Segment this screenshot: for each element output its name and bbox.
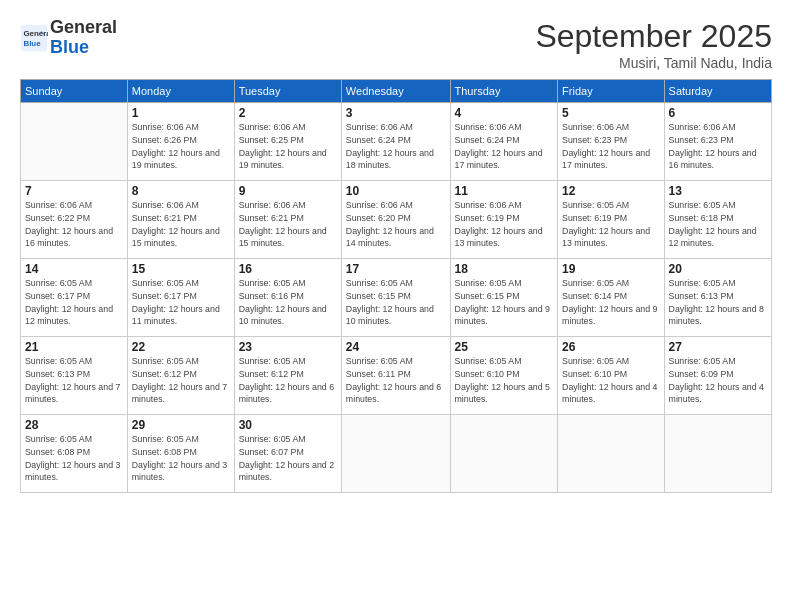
day-number: 8 <box>132 184 230 198</box>
logo-text: GeneralGeneralBlueBlue <box>50 18 117 58</box>
day-number: 18 <box>455 262 554 276</box>
day-number: 24 <box>346 340 446 354</box>
day-info: Sunrise: 6:05 AM Sunset: 6:13 PM Dayligh… <box>25 355 123 406</box>
day-info: Sunrise: 6:05 AM Sunset: 6:09 PM Dayligh… <box>669 355 767 406</box>
calendar-cell-w2-d5: 11 Sunrise: 6:06 AM Sunset: 6:19 PM Dayl… <box>450 181 558 259</box>
page: General Blue GeneralGeneralBlueBlue Sept… <box>0 0 792 612</box>
day-info: Sunrise: 6:06 AM Sunset: 6:21 PM Dayligh… <box>132 199 230 250</box>
day-number: 13 <box>669 184 767 198</box>
day-number: 25 <box>455 340 554 354</box>
day-info: Sunrise: 6:05 AM Sunset: 6:08 PM Dayligh… <box>25 433 123 484</box>
calendar-cell-w1-d2: 1 Sunrise: 6:06 AM Sunset: 6:26 PM Dayli… <box>127 103 234 181</box>
day-number: 2 <box>239 106 337 120</box>
calendar-cell-w2-d7: 13 Sunrise: 6:05 AM Sunset: 6:18 PM Dayl… <box>664 181 771 259</box>
calendar-cell-w2-d6: 12 Sunrise: 6:05 AM Sunset: 6:19 PM Dayl… <box>558 181 664 259</box>
calendar-cell-w5-d2: 29 Sunrise: 6:05 AM Sunset: 6:08 PM Dayl… <box>127 415 234 493</box>
calendar-cell-w5-d3: 30 Sunrise: 6:05 AM Sunset: 6:07 PM Dayl… <box>234 415 341 493</box>
week-row-1: 1 Sunrise: 6:06 AM Sunset: 6:26 PM Dayli… <box>21 103 772 181</box>
day-number: 14 <box>25 262 123 276</box>
col-tuesday: Tuesday <box>234 80 341 103</box>
day-number: 30 <box>239 418 337 432</box>
day-info: Sunrise: 6:05 AM Sunset: 6:12 PM Dayligh… <box>132 355 230 406</box>
day-number: 3 <box>346 106 446 120</box>
day-number: 19 <box>562 262 659 276</box>
header: General Blue GeneralGeneralBlueBlue Sept… <box>20 18 772 71</box>
calendar-cell-w5-d4 <box>341 415 450 493</box>
day-info: Sunrise: 6:05 AM Sunset: 6:15 PM Dayligh… <box>346 277 446 328</box>
day-number: 15 <box>132 262 230 276</box>
day-number: 9 <box>239 184 337 198</box>
calendar-cell-w4-d2: 22 Sunrise: 6:05 AM Sunset: 6:12 PM Dayl… <box>127 337 234 415</box>
day-info: Sunrise: 6:05 AM Sunset: 6:15 PM Dayligh… <box>455 277 554 328</box>
col-thursday: Thursday <box>450 80 558 103</box>
week-row-5: 28 Sunrise: 6:05 AM Sunset: 6:08 PM Dayl… <box>21 415 772 493</box>
day-info: Sunrise: 6:06 AM Sunset: 6:24 PM Dayligh… <box>346 121 446 172</box>
calendar-cell-w3-d5: 18 Sunrise: 6:05 AM Sunset: 6:15 PM Dayl… <box>450 259 558 337</box>
day-number: 26 <box>562 340 659 354</box>
day-info: Sunrise: 6:06 AM Sunset: 6:20 PM Dayligh… <box>346 199 446 250</box>
calendar-cell-w4-d6: 26 Sunrise: 6:05 AM Sunset: 6:10 PM Dayl… <box>558 337 664 415</box>
svg-text:Blue: Blue <box>24 39 42 48</box>
day-info: Sunrise: 6:05 AM Sunset: 6:07 PM Dayligh… <box>239 433 337 484</box>
location-subtitle: Musiri, Tamil Nadu, India <box>535 55 772 71</box>
calendar-cell-w2-d1: 7 Sunrise: 6:06 AM Sunset: 6:22 PM Dayli… <box>21 181 128 259</box>
calendar-cell-w3-d6: 19 Sunrise: 6:05 AM Sunset: 6:14 PM Dayl… <box>558 259 664 337</box>
calendar-cell-w4-d5: 25 Sunrise: 6:05 AM Sunset: 6:10 PM Dayl… <box>450 337 558 415</box>
day-number: 28 <box>25 418 123 432</box>
calendar-cell-w1-d1 <box>21 103 128 181</box>
day-info: Sunrise: 6:05 AM Sunset: 6:18 PM Dayligh… <box>669 199 767 250</box>
day-number: 29 <box>132 418 230 432</box>
col-saturday: Saturday <box>664 80 771 103</box>
day-info: Sunrise: 6:05 AM Sunset: 6:19 PM Dayligh… <box>562 199 659 250</box>
day-info: Sunrise: 6:05 AM Sunset: 6:10 PM Dayligh… <box>562 355 659 406</box>
day-info: Sunrise: 6:05 AM Sunset: 6:12 PM Dayligh… <box>239 355 337 406</box>
day-number: 20 <box>669 262 767 276</box>
col-monday: Monday <box>127 80 234 103</box>
svg-text:General: General <box>24 29 49 38</box>
day-number: 23 <box>239 340 337 354</box>
day-info: Sunrise: 6:06 AM Sunset: 6:23 PM Dayligh… <box>669 121 767 172</box>
day-number: 27 <box>669 340 767 354</box>
calendar-cell-w2-d3: 9 Sunrise: 6:06 AM Sunset: 6:21 PM Dayli… <box>234 181 341 259</box>
week-row-2: 7 Sunrise: 6:06 AM Sunset: 6:22 PM Dayli… <box>21 181 772 259</box>
day-info: Sunrise: 6:06 AM Sunset: 6:19 PM Dayligh… <box>455 199 554 250</box>
day-number: 17 <box>346 262 446 276</box>
day-number: 11 <box>455 184 554 198</box>
calendar-cell-w3-d4: 17 Sunrise: 6:05 AM Sunset: 6:15 PM Dayl… <box>341 259 450 337</box>
calendar-cell-w5-d7 <box>664 415 771 493</box>
col-wednesday: Wednesday <box>341 80 450 103</box>
calendar-cell-w4-d7: 27 Sunrise: 6:05 AM Sunset: 6:09 PM Dayl… <box>664 337 771 415</box>
calendar-cell-w1-d6: 5 Sunrise: 6:06 AM Sunset: 6:23 PM Dayli… <box>558 103 664 181</box>
calendar-cell-w4-d4: 24 Sunrise: 6:05 AM Sunset: 6:11 PM Dayl… <box>341 337 450 415</box>
calendar-cell-w5-d1: 28 Sunrise: 6:05 AM Sunset: 6:08 PM Dayl… <box>21 415 128 493</box>
day-info: Sunrise: 6:05 AM Sunset: 6:11 PM Dayligh… <box>346 355 446 406</box>
calendar-cell-w3-d3: 16 Sunrise: 6:05 AM Sunset: 6:16 PM Dayl… <box>234 259 341 337</box>
day-info: Sunrise: 6:05 AM Sunset: 6:08 PM Dayligh… <box>132 433 230 484</box>
day-number: 1 <box>132 106 230 120</box>
day-info: Sunrise: 6:05 AM Sunset: 6:13 PM Dayligh… <box>669 277 767 328</box>
title-block: September 2025 Musiri, Tamil Nadu, India <box>535 18 772 71</box>
col-sunday: Sunday <box>21 80 128 103</box>
calendar-cell-w3-d2: 15 Sunrise: 6:05 AM Sunset: 6:17 PM Dayl… <box>127 259 234 337</box>
col-friday: Friday <box>558 80 664 103</box>
day-info: Sunrise: 6:06 AM Sunset: 6:23 PM Dayligh… <box>562 121 659 172</box>
week-row-3: 14 Sunrise: 6:05 AM Sunset: 6:17 PM Dayl… <box>21 259 772 337</box>
day-number: 10 <box>346 184 446 198</box>
calendar-cell-w4-d1: 21 Sunrise: 6:05 AM Sunset: 6:13 PM Dayl… <box>21 337 128 415</box>
logo-icon: General Blue <box>20 24 48 52</box>
day-info: Sunrise: 6:05 AM Sunset: 6:17 PM Dayligh… <box>132 277 230 328</box>
day-number: 16 <box>239 262 337 276</box>
month-title: September 2025 <box>535 18 772 55</box>
calendar-cell-w1-d5: 4 Sunrise: 6:06 AM Sunset: 6:24 PM Dayli… <box>450 103 558 181</box>
calendar-cell-w4-d3: 23 Sunrise: 6:05 AM Sunset: 6:12 PM Dayl… <box>234 337 341 415</box>
day-info: Sunrise: 6:06 AM Sunset: 6:24 PM Dayligh… <box>455 121 554 172</box>
day-number: 12 <box>562 184 659 198</box>
day-info: Sunrise: 6:06 AM Sunset: 6:21 PM Dayligh… <box>239 199 337 250</box>
day-number: 5 <box>562 106 659 120</box>
day-info: Sunrise: 6:06 AM Sunset: 6:25 PM Dayligh… <box>239 121 337 172</box>
week-row-4: 21 Sunrise: 6:05 AM Sunset: 6:13 PM Dayl… <box>21 337 772 415</box>
calendar-cell-w3-d1: 14 Sunrise: 6:05 AM Sunset: 6:17 PM Dayl… <box>21 259 128 337</box>
day-number: 21 <box>25 340 123 354</box>
day-info: Sunrise: 6:05 AM Sunset: 6:14 PM Dayligh… <box>562 277 659 328</box>
calendar-cell-w1-d4: 3 Sunrise: 6:06 AM Sunset: 6:24 PM Dayli… <box>341 103 450 181</box>
